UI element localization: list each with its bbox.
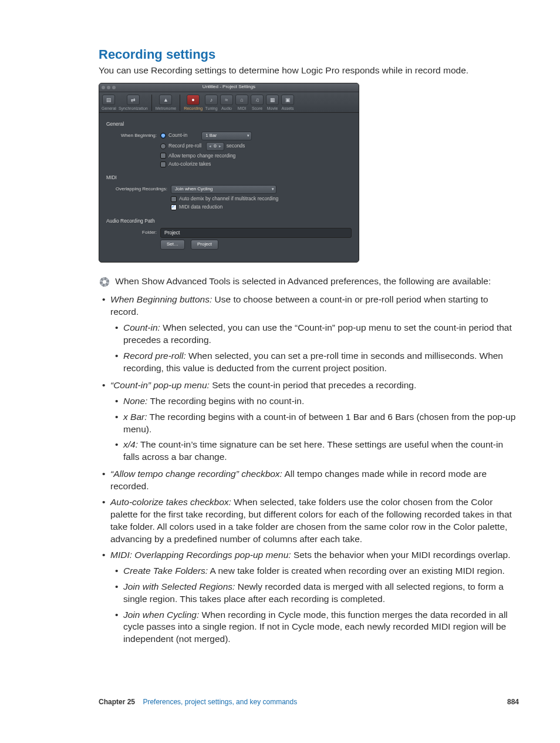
tab-general[interactable]: ▤General <box>102 95 116 111</box>
advanced-tools-note: When Show Advanced Tools is selected in … <box>99 275 519 288</box>
tab-recording[interactable]: ●Recording <box>184 95 203 111</box>
preroll-radio[interactable] <box>160 143 166 149</box>
preroll-stepper[interactable]: ◂ 0 ▸ <box>206 142 224 151</box>
set-button[interactable]: Set… <box>160 240 185 250</box>
when-beginning-label: When Beginning: <box>106 133 160 139</box>
auto-demix-label: Auto demix by channel if multitrack reco… <box>179 196 278 202</box>
project-button[interactable]: Project <box>191 240 218 250</box>
list-item: Record pre-roll: When selected, you can … <box>123 350 519 375</box>
preroll-radio-label: Record pre-roll <box>168 143 201 149</box>
window-titlebar: Untitled - Project Settings <box>99 83 359 92</box>
allow-tempo-checkbox[interactable] <box>160 153 166 159</box>
tab-midi[interactable]: ⌂MIDI <box>235 95 248 111</box>
tab-tuning[interactable]: ♪Tuning <box>205 95 218 111</box>
list-item: Join when Cycling: When recording in Cyc… <box>123 609 519 646</box>
list-item: None: The recording begins with no count… <box>123 395 519 408</box>
list-item: When Beginning buttons: Use to choose be… <box>110 294 519 375</box>
overlap-popup[interactable]: Join when Cycling <box>171 185 276 194</box>
page-footer: Chapter 25 Preferences, project settings… <box>99 697 519 707</box>
window-title: Untitled - Project Settings <box>99 84 359 90</box>
chapter-name: Preferences, project settings, and key c… <box>143 698 297 706</box>
tab-score[interactable]: ♫Score <box>251 95 264 111</box>
section-path-label: Audio Recording Path <box>106 218 352 224</box>
folder-label: Folder: <box>106 230 160 236</box>
list-item: “Allow tempo change recording” checkbox:… <box>110 468 519 493</box>
midi-data-reduction-label: MIDI data reduction <box>179 204 222 210</box>
settings-window: Untitled - Project Settings ▤General ⇄Sy… <box>99 83 359 263</box>
count-in-radio-label: Count-in <box>168 132 187 139</box>
midi-data-reduction-checkbox[interactable] <box>171 204 177 210</box>
tab-synchronization[interactable]: ⇄Synchronization <box>119 95 148 111</box>
list-item: Auto-colorize takes checkbox: When selec… <box>110 496 519 546</box>
list-item: MIDI: Overlapping Recordings pop-up menu… <box>110 549 519 645</box>
preroll-unit: seconds <box>227 143 245 149</box>
folder-field[interactable]: Project <box>160 228 352 238</box>
intro-text: You can use Recording settings to determ… <box>99 65 519 77</box>
count-in-radio[interactable] <box>160 133 166 139</box>
section-general-label: General <box>106 121 352 127</box>
auto-demix-checkbox[interactable] <box>171 196 177 202</box>
list-item: Create Take Folders: A new take folder i… <box>123 565 519 577</box>
auto-colorize-label: Auto-colorize takes <box>168 161 211 167</box>
list-item: x Bar: The recording begins with a count… <box>123 411 519 436</box>
tab-assets[interactable]: ▣Assets <box>281 95 294 111</box>
tab-metronome[interactable]: ▲Metronome <box>156 95 176 111</box>
section-midi-label: MIDI <box>106 174 352 181</box>
count-in-popup[interactable]: 1 Bar <box>201 132 252 140</box>
auto-colorize-checkbox[interactable] <box>160 162 166 167</box>
page-number: 884 <box>507 697 519 707</box>
list-item: x/4: The count-in’s time signature can b… <box>123 439 519 463</box>
gear-icon <box>99 276 110 288</box>
chapter-label: Chapter 25 <box>99 698 135 706</box>
list-item: Join with Selected Regions: Newly record… <box>123 581 519 606</box>
tab-movie[interactable]: ▦Movie <box>266 95 279 111</box>
chevron-left-icon[interactable]: ◂ <box>209 143 211 149</box>
toolbar: ▤General ⇄Synchronization ▲Metronome ●Re… <box>99 92 359 113</box>
overlap-label: Overlapping Recordings: <box>106 186 171 193</box>
preroll-value: 0 <box>214 143 216 150</box>
page-title: Recording settings <box>99 46 519 63</box>
allow-tempo-label: Allow tempo change recording <box>168 153 235 159</box>
list-item: Count-in: When selected, you can use the… <box>123 322 519 347</box>
tab-audio[interactable]: ≈Audio <box>220 95 233 111</box>
list-item: “Count-in” pop-up menu: Sets the count-i… <box>110 379 519 464</box>
chevron-right-icon[interactable]: ▸ <box>219 143 221 149</box>
